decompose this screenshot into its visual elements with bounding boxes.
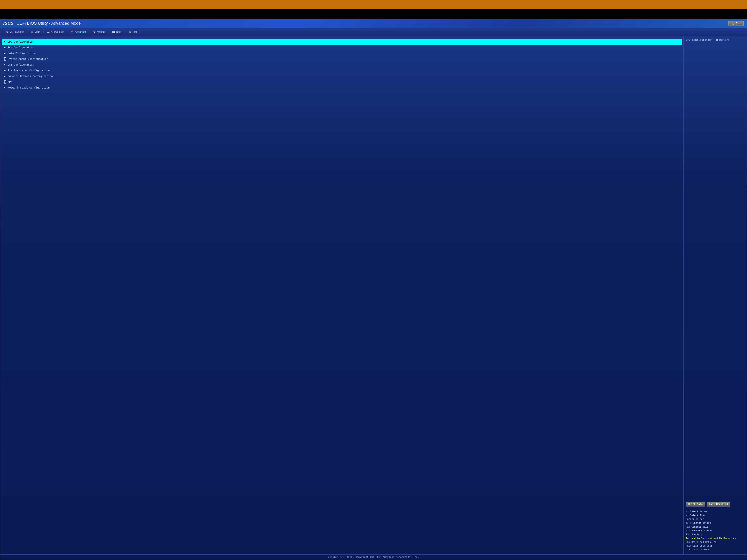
menu-item-system-agent[interactable]: ▶ System Agent Configuration — [2, 56, 233, 62]
arrow-icon-system-agent: ▶ — [4, 57, 6, 60]
menu-item-pch-config[interactable]: ▶ PCH Configuration — [2, 45, 233, 50]
bios-screen: /SUS UEFI BIOS Utility - Advanced Mode ⏻… — [0, 19, 233, 175]
brand-area: /SUS UEFI BIOS Utility - Advanced Mode — [3, 21, 81, 26]
boot-icon: ⏼ — [112, 30, 115, 33]
tool-icon: 🖨 — [128, 30, 131, 33]
nav-label-favorites: My Favorites — [9, 30, 24, 33]
nav-label-advanced: Advanced — [75, 30, 86, 33]
nav-sep-5: | — [108, 30, 109, 33]
bios-header: /SUS UEFI BIOS Utility - Advanced Mode ⏻… — [0, 19, 233, 28]
menu-item-apm[interactable]: ▶ APM — [2, 79, 233, 85]
nav-label-main: Main — [35, 30, 40, 33]
arrow-icon-pch: ▶ — [4, 46, 6, 49]
nav-item-monitor[interactable]: ⚙ Monitor — [91, 29, 108, 34]
nav-sep-7: | — [139, 30, 141, 33]
menu-label-network-stack: Network Stack Configuration — [7, 86, 50, 89]
monitor-icon: ⚙ — [93, 30, 96, 33]
nav-sep-4: | — [89, 30, 91, 33]
nav-sep-6: | — [124, 30, 125, 33]
menu-label-system-agent: System Agent Configuration — [7, 58, 48, 60]
menu-label-onboard-devices: Onboard Devices Configuration — [7, 75, 53, 78]
arrow-icon-network: ▶ — [4, 86, 6, 89]
nav-bar: ★ My Favorites | ☰ Main | ☁ Ai Tweaker |… — [0, 28, 233, 36]
nav-label-boot: Boot — [116, 30, 121, 33]
arrow-icon-platform-misc: ▶ — [4, 69, 6, 72]
arrow-icon-onboard: ▶ — [4, 75, 6, 78]
main-icon: ☰ — [31, 30, 33, 33]
advanced-icon: ⚡ — [70, 30, 74, 33]
menu-item-onboard-devices[interactable]: ▶ Onboard Devices Configuration — [2, 73, 233, 79]
nav-sep-1: | — [27, 30, 28, 33]
arrow-icon-apm: ▶ — [4, 80, 6, 83]
header-title: UEFI BIOS Utility - Advanced Mode — [17, 21, 81, 26]
screen-bezel: /SUS UEFI BIOS Utility - Advanced Mode ⏻… — [0, 9, 233, 175]
menu-item-sata-config[interactable]: ▶ SATA Configuration — [2, 50, 233, 56]
menu-item-cpu-config[interactable]: ▶ CPU Configuration — [2, 39, 233, 45]
nav-item-tool[interactable]: 🖨 Tool — [126, 30, 139, 34]
nav-label-monitor: Monitor — [97, 30, 105, 33]
nav-item-ai-tweaker[interactable]: ☁ Ai Tweaker — [44, 29, 66, 34]
content-area: ▶ CPU Configuration ▶ PCH Configuration … — [0, 36, 233, 175]
menu-label-platform-misc: Platform Misc Configuration — [7, 69, 50, 72]
nav-label-ai-tweaker: Ai Tweaker — [51, 30, 63, 33]
nav-sep-2: | — [43, 30, 44, 33]
menu-item-usb-config[interactable]: ▶ USB Configuration — [2, 62, 233, 68]
menu-label-cpu-config: CPU Configuration — [7, 41, 34, 43]
arrow-icon-usb: ▶ — [4, 63, 6, 66]
nav-item-main[interactable]: ☰ Main — [28, 29, 43, 34]
nav-label-tool: Tool — [132, 30, 137, 33]
asus-logo: /SUS — [3, 21, 14, 26]
menu-item-network-stack[interactable]: ▶ Network Stack Configuration — [2, 85, 233, 90]
menu-label-apm: APM — [7, 81, 12, 83]
nav-sep-3: | — [66, 30, 68, 33]
left-panel: ▶ CPU Configuration ▶ PCH Configuration … — [0, 36, 233, 175]
favorites-icon: ★ — [6, 30, 8, 33]
nav-item-favorites[interactable]: ★ My Favorites — [3, 29, 27, 34]
nav-item-boot[interactable]: ⏼ Boot — [109, 30, 124, 34]
menu-label-sata-config: SATA Configuration — [7, 52, 35, 55]
menu-item-platform-misc[interactable]: ▶ Platform Misc Configuration — [2, 68, 233, 73]
ai-tweaker-icon: ☁ — [47, 30, 50, 33]
arrow-icon-cpu: ▶ — [4, 40, 6, 43]
arrow-icon-sata: ▶ — [4, 52, 6, 55]
menu-label-usb-config: USB Configuration — [7, 63, 34, 66]
menu-label-pch-config: PCH Configuration — [7, 46, 34, 49]
nav-item-advanced[interactable]: ⚡ Advanced — [68, 29, 89, 34]
